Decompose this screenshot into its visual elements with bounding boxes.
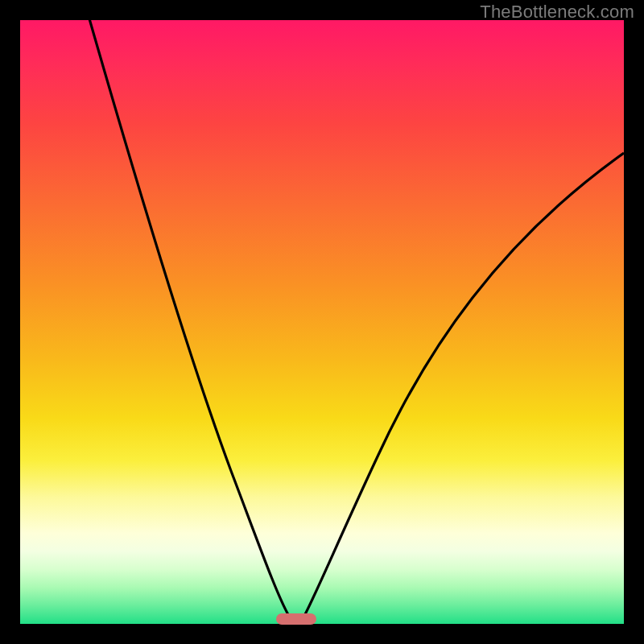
- optimal-range-marker: [276, 613, 316, 625]
- plot-area: [20, 20, 624, 624]
- bottleneck-curve: [20, 20, 624, 624]
- watermark-text: TheBottleneck.com: [480, 2, 634, 23]
- chart-frame: TheBottleneck.com: [0, 0, 644, 644]
